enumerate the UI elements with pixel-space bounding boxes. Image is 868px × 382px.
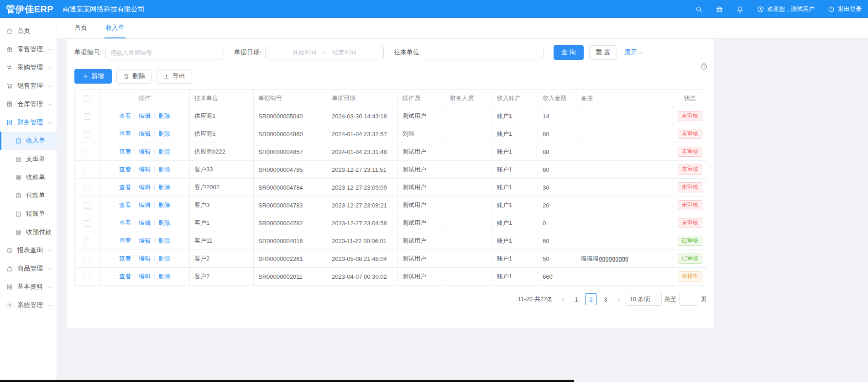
- edit-link[interactable]: 编辑: [139, 273, 151, 280]
- delete-link[interactable]: 删除: [158, 184, 170, 191]
- user-welcome[interactable]: 欢迎您，测试用户: [757, 5, 815, 13]
- tab-income-bill[interactable]: 收入单: [105, 18, 125, 38]
- row-checkbox[interactable]: [84, 185, 90, 191]
- end-date-placeholder: 结束时间: [333, 48, 356, 57]
- edit-link[interactable]: 编辑: [139, 166, 151, 173]
- edit-link[interactable]: 编辑: [139, 112, 151, 119]
- view-link[interactable]: 查看: [119, 237, 131, 244]
- view-link[interactable]: 查看: [119, 130, 131, 137]
- sidebar-subitem-支出单[interactable]: 支出单: [0, 150, 57, 168]
- sidebar-item-零售管理[interactable]: 零售管理: [0, 40, 57, 58]
- prev-page-button[interactable]: [559, 297, 568, 302]
- sidebar-item-商品管理[interactable]: 商品管理: [0, 260, 57, 278]
- view-link[interactable]: 查看: [119, 184, 131, 191]
- status-badge: 未审核: [678, 129, 702, 139]
- sidebar-subitem-收入单[interactable]: 收入单: [0, 132, 57, 150]
- operator-cell: 测试用户: [398, 107, 445, 125]
- view-link[interactable]: 查看: [119, 112, 131, 119]
- edit-link[interactable]: 编辑: [139, 184, 151, 191]
- sidebar-item-首页[interactable]: 首页: [0, 22, 57, 40]
- bill-no-input[interactable]: [110, 49, 219, 56]
- sidebar-item-财务管理[interactable]: 财务管理: [0, 113, 57, 132]
- add-button[interactable]: 新增: [74, 69, 112, 84]
- sidebar-subitem-收款单[interactable]: 收款单: [0, 168, 57, 186]
- income-amount-cell: 80: [538, 125, 576, 143]
- table-row: 查看编辑删除 客户2002 SR00000004784 2023-12-27 2…: [75, 179, 707, 196]
- view-link[interactable]: 查看: [119, 148, 131, 155]
- search-icon[interactable]: [695, 5, 703, 13]
- next-page-button[interactable]: [614, 297, 623, 302]
- page-size-select[interactable]: 10 条/页: [626, 293, 662, 306]
- row-checkbox[interactable]: [84, 220, 90, 227]
- partner-select[interactable]: [425, 46, 544, 59]
- row-checkbox[interactable]: [84, 167, 90, 173]
- search-button[interactable]: 查 询: [554, 45, 584, 60]
- view-link[interactable]: 查看: [119, 166, 131, 173]
- edit-link[interactable]: 编辑: [139, 255, 151, 262]
- delete-link[interactable]: 删除: [158, 148, 170, 155]
- row-checkbox[interactable]: [84, 256, 90, 262]
- page-button-2[interactable]: 2: [585, 293, 597, 305]
- view-link[interactable]: 查看: [119, 202, 131, 208]
- action-divider: [154, 149, 155, 154]
- status-badge: 审核中: [678, 271, 702, 281]
- edit-link[interactable]: 编辑: [139, 237, 151, 244]
- delete-link[interactable]: 删除: [158, 166, 170, 173]
- delete-link[interactable]: 删除: [158, 112, 170, 119]
- bell-icon[interactable]: [736, 5, 744, 13]
- partner-cell: 客户2: [190, 250, 254, 268]
- delete-link[interactable]: 删除: [158, 130, 170, 137]
- bank-icon[interactable]: [716, 5, 723, 13]
- tab-home[interactable]: 首页: [73, 18, 88, 38]
- edit-link[interactable]: 编辑: [139, 202, 151, 208]
- edit-link[interactable]: 编辑: [139, 148, 151, 155]
- row-checkbox[interactable]: [84, 274, 90, 280]
- sidebar-subitem-付款单[interactable]: 付款单: [0, 186, 57, 205]
- clock-icon: [757, 5, 764, 13]
- sidebar-item-销售管理[interactable]: 销售管理: [0, 77, 57, 95]
- edit-link[interactable]: 编辑: [139, 130, 151, 137]
- view-link[interactable]: 查看: [119, 255, 131, 262]
- checkbox-cell: [75, 179, 100, 196]
- sidebar-item-基本资料[interactable]: 基本资料: [0, 278, 57, 296]
- bill-no-cell: SR00000004782: [254, 214, 327, 232]
- bill-date-cell: 2023-12-27 23:11:51: [327, 161, 398, 179]
- sidebar-item-系统管理[interactable]: 系统管理: [0, 296, 57, 314]
- row-checkbox[interactable]: [84, 149, 90, 155]
- row-checkbox[interactable]: [84, 113, 90, 120]
- tab-home-label: 首页: [74, 24, 87, 32]
- row-checkbox[interactable]: [84, 238, 90, 244]
- top-header: 管伊佳ERP 南通某某网络科技有限公司 欢迎您，测试用户 退出登录: [0, 0, 868, 18]
- sidebar-subitem-收预付款[interactable]: 收预付款: [0, 223, 57, 241]
- date-range-picker[interactable]: 开始时间 ~ 结束时间: [265, 46, 384, 59]
- view-link[interactable]: 查看: [119, 273, 131, 280]
- bill-date-cell: 2023-11-22 00:06:01: [327, 232, 398, 250]
- delete-link[interactable]: 删除: [158, 237, 170, 244]
- select-all-checkbox[interactable]: [84, 96, 90, 102]
- export-button[interactable]: 导出: [157, 69, 192, 84]
- delete-link[interactable]: 删除: [158, 273, 170, 280]
- reset-button[interactable]: 重 置: [589, 45, 617, 60]
- page-button-1[interactable]: 1: [570, 293, 582, 305]
- expand-filters-link[interactable]: 展开: [624, 48, 643, 57]
- sidebar-subitem-label: 支出单: [26, 155, 45, 163]
- delete-link[interactable]: 删除: [158, 202, 170, 208]
- income-amount-cell: 30: [538, 179, 576, 196]
- edit-link[interactable]: 编辑: [139, 219, 151, 226]
- row-checkbox[interactable]: [84, 131, 90, 138]
- row-checkbox[interactable]: [84, 202, 90, 209]
- sidebar-item-仓库管理[interactable]: 仓库管理: [0, 95, 57, 113]
- delete-button[interactable]: 删除: [116, 69, 152, 84]
- page-button-3[interactable]: 3: [600, 293, 612, 305]
- jump-page-input[interactable]: [679, 293, 698, 306]
- delete-link[interactable]: 删除: [158, 219, 170, 226]
- view-link[interactable]: 查看: [119, 219, 131, 226]
- logout-button[interactable]: 退出登录: [827, 5, 862, 13]
- delete-link[interactable]: 删除: [158, 255, 170, 262]
- sidebar-subitem-转账单[interactable]: 转账单: [0, 205, 57, 223]
- help-button[interactable]: [700, 63, 708, 72]
- finance-staff-cell: [445, 196, 492, 214]
- action-divider: [154, 167, 155, 172]
- sidebar-item-采购管理[interactable]: 采购管理: [0, 58, 57, 77]
- sidebar-item-报表查询[interactable]: 报表查询: [0, 241, 57, 260]
